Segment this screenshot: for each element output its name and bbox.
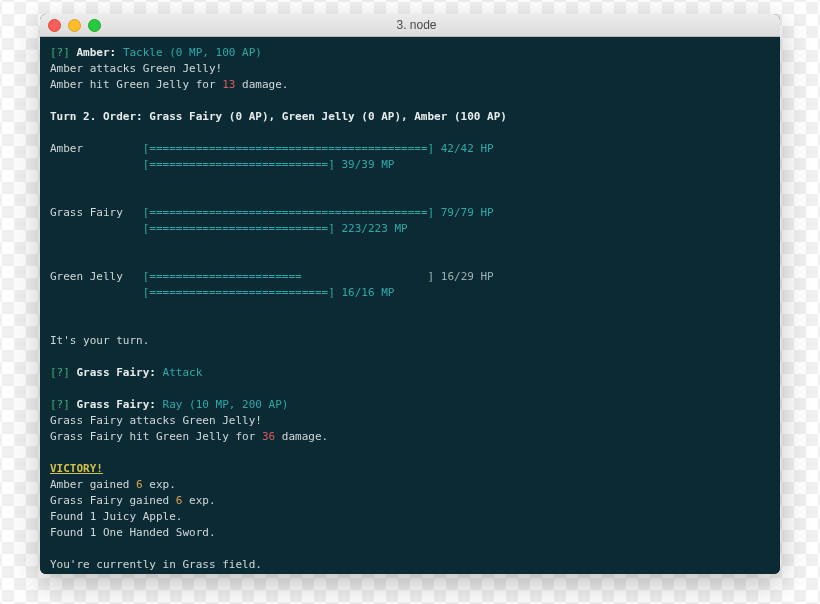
turn-label: Turn 2. Order: <box>50 110 149 123</box>
terminal-window: 3. node [?] Amber: Tackle (0 MP, 100 AP)… <box>40 14 780 574</box>
action-text: Tackle (0 MP, 100 AP) <box>123 46 262 59</box>
hp-bar: [======================= ] 16/29 HP <box>143 270 494 283</box>
log-line: Found 1 Juicy Apple. <box>50 510 182 523</box>
prompt-marker: [?] <box>50 366 70 379</box>
log-line: Grass Fairy hit Green Jelly for <box>50 430 262 443</box>
action-text: Attack <box>163 366 203 379</box>
unit-label: Grass Fairy <box>50 206 123 219</box>
location-text: You're currently in Grass field. <box>50 558 262 571</box>
log-line: Found 1 One Handed Sword. <box>50 526 216 539</box>
action-text: Ray (10 MP, 200 AP) <box>163 398 289 411</box>
turn-order: Grass Fairy (0 AP), Green Jelly (0 AP), … <box>149 110 507 123</box>
titlebar[interactable]: 3. node <box>40 14 780 37</box>
mp-bar: [===========================] 39/39 MP <box>143 158 395 171</box>
log-line: Amber hit Green Jelly for <box>50 78 222 91</box>
log-line: exp. <box>182 494 215 507</box>
mp-bar: [===========================] 223/223 MP <box>143 222 408 235</box>
unit-label: Amber <box>50 142 83 155</box>
mp-bar: [===========================] 16/16 MP <box>143 286 395 299</box>
actor-name: Amber: <box>77 46 117 59</box>
prompt-marker: [?] <box>50 46 70 59</box>
log-line: Amber attacks Green Jelly! <box>50 62 222 75</box>
actor-name: Grass Fairy: <box>77 398 156 411</box>
damage-value: 13 <box>222 78 235 91</box>
victory-text: VICTORY! <box>50 462 103 475</box>
terminal-body[interactable]: [?] Amber: Tackle (0 MP, 100 AP) Amber a… <box>40 37 780 574</box>
hp-bar: [=======================================… <box>143 206 494 219</box>
exp-value: 6 <box>136 478 143 491</box>
log-line: exp. <box>143 478 176 491</box>
close-icon[interactable] <box>48 19 61 32</box>
window-title: 3. node <box>61 18 772 32</box>
prompt-marker: [?] <box>50 398 70 411</box>
log-line: It's your turn. <box>50 334 149 347</box>
hp-bar: [=======================================… <box>143 142 494 155</box>
actor-name: Grass Fairy: <box>77 366 156 379</box>
damage-value: 36 <box>262 430 275 443</box>
log-line: damage. <box>275 430 328 443</box>
log-line: Grass Fairy attacks Green Jelly! <box>50 414 262 427</box>
log-line: damage. <box>235 78 288 91</box>
log-line: Grass Fairy gained <box>50 494 176 507</box>
log-line: Amber gained <box>50 478 136 491</box>
unit-label: Green Jelly <box>50 270 123 283</box>
